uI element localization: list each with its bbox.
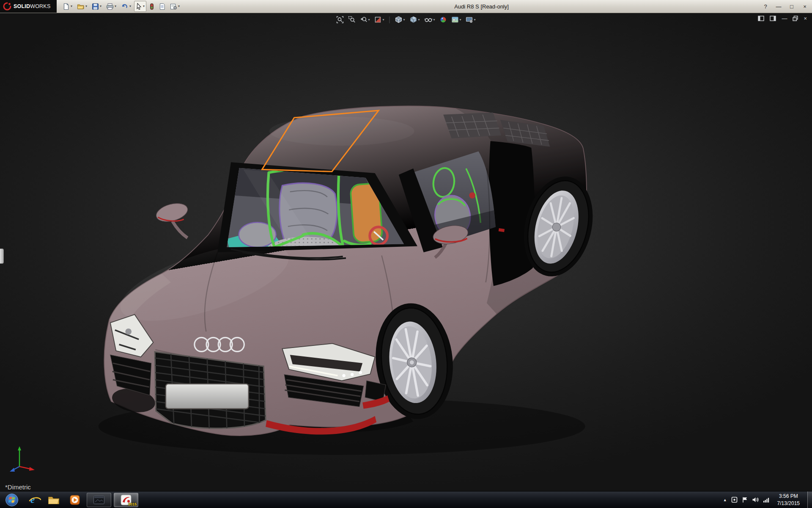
zoom-to-fit-button[interactable] xyxy=(335,15,344,24)
brand-name: SOLIDWORKS xyxy=(14,3,50,9)
dropdown-caret-icon: ▾ xyxy=(178,5,180,8)
tray-app-button[interactable] xyxy=(731,497,738,503)
options-gear-icon xyxy=(170,3,177,10)
windows-start-orb-icon xyxy=(5,493,19,507)
view-orientation-button[interactable]: ▾ xyxy=(394,15,406,24)
save-button[interactable]: ▾ xyxy=(90,1,103,12)
previous-view-icon xyxy=(360,16,367,23)
section-view-icon xyxy=(374,16,381,23)
zoom-to-area-button[interactable] xyxy=(347,15,356,24)
rebuild-button[interactable] xyxy=(148,1,156,12)
3d-scene[interactable]: ] xyxy=(0,13,812,491)
apply-scene-button[interactable]: ▾ xyxy=(451,15,462,24)
dropdown-caret-icon: ▾ xyxy=(460,18,461,22)
window-title: Audi R8 S [Read-only] xyxy=(454,3,509,10)
maximize-button[interactable]: □ xyxy=(788,4,796,9)
view-settings-icon xyxy=(466,16,473,23)
display-style-icon xyxy=(409,16,417,23)
internet-explorer-icon: e xyxy=(30,495,35,505)
license-plate[interactable] xyxy=(166,384,249,409)
taskbar-app-window[interactable] xyxy=(87,493,111,507)
dropdown-caret-icon: ▾ xyxy=(368,18,370,22)
action-center-flag-icon xyxy=(742,497,748,503)
volume-button[interactable] xyxy=(752,497,759,503)
doc-restore-icon xyxy=(793,16,798,21)
close-icon: × xyxy=(803,3,807,10)
help-button[interactable]: ? xyxy=(762,4,769,9)
zoom-to-fit-icon xyxy=(336,16,343,23)
print-button[interactable]: ▾ xyxy=(104,1,118,12)
doc-minimize-button[interactable]: — xyxy=(782,16,787,21)
display-style-button[interactable]: ▾ xyxy=(409,15,420,24)
tray-app-icon xyxy=(731,497,738,503)
start-button[interactable] xyxy=(2,491,22,508)
undo-arrow-icon xyxy=(121,3,129,10)
window-pane-right-icon xyxy=(770,16,776,21)
dropdown-caret-icon: ▾ xyxy=(115,5,116,8)
app-window-thumbnail-icon xyxy=(93,496,104,504)
show-hidden-icons-button[interactable]: ▲ xyxy=(723,498,727,502)
undo-button[interactable]: ▾ xyxy=(119,1,133,12)
dropdown-caret-icon: ▾ xyxy=(474,18,476,22)
taskbar-internet-explorer[interactable]: e xyxy=(22,491,43,508)
featuremanager-collapsed-tab[interactable] xyxy=(0,248,4,264)
help-icon: ? xyxy=(764,3,767,10)
brand-solid: SOLID xyxy=(14,3,30,9)
clock-time: 3:56 PM xyxy=(777,493,800,500)
taskbar-media-player[interactable] xyxy=(64,491,85,508)
pane-left-button[interactable] xyxy=(758,16,764,21)
select-cursor-icon xyxy=(136,3,142,10)
edit-appearance-sphere-icon xyxy=(440,16,447,23)
section-view-button[interactable]: ▾ xyxy=(373,15,385,24)
volume-speaker-icon xyxy=(752,497,759,503)
rebuild-stoplight-icon xyxy=(149,3,154,10)
graphics-area[interactable]: ] xyxy=(0,13,812,491)
action-center-button[interactable] xyxy=(742,497,748,503)
mirror-far[interactable] xyxy=(154,200,189,238)
close-button[interactable]: × xyxy=(801,4,809,9)
solidworks-logo: SOLIDWORKS xyxy=(0,0,57,13)
dropdown-caret-icon: ▾ xyxy=(403,18,405,22)
edit-appearance-button[interactable] xyxy=(439,15,448,24)
file-properties-button[interactable] xyxy=(157,1,167,12)
minimize-icon: — xyxy=(776,3,782,10)
zoom-to-area-icon xyxy=(348,16,355,23)
dropdown-caret-icon: ▾ xyxy=(382,18,384,22)
view-orientation-label: *Dimetric xyxy=(5,483,31,491)
open-button[interactable]: ▾ xyxy=(75,1,89,12)
taskbar-app-solidworks[interactable]: 2015 xyxy=(114,493,138,507)
doc-close-button[interactable]: × xyxy=(804,16,807,21)
clock-date: 7/13/2015 xyxy=(777,500,800,507)
folder-icon xyxy=(48,495,60,505)
pane-right-button[interactable] xyxy=(770,16,776,21)
car-model-audi-r8[interactable]: ] xyxy=(99,106,603,455)
hide-show-glasses-icon xyxy=(425,16,433,23)
new-document-button[interactable]: ▾ xyxy=(61,1,74,12)
taskbar-file-explorer[interactable] xyxy=(43,491,64,508)
dropdown-caret-icon: ▾ xyxy=(85,5,87,8)
document-window-controls: — × xyxy=(758,16,807,21)
taskbar-clock[interactable]: 3:56 PM 7/13/2015 xyxy=(774,493,803,506)
solidworks-version-badge: 2015 xyxy=(128,502,137,506)
dropdown-caret-icon: ▾ xyxy=(143,5,145,8)
window-controls: ? — □ × xyxy=(762,0,809,13)
toolbar-separator xyxy=(389,17,390,23)
doc-restore-button[interactable] xyxy=(793,16,798,21)
print-icon xyxy=(106,3,114,10)
select-tool-button[interactable]: ▾ xyxy=(134,1,146,12)
minimize-button[interactable]: — xyxy=(775,4,782,9)
view-settings-button[interactable]: ▾ xyxy=(465,15,477,24)
dropdown-caret-icon: ▾ xyxy=(433,18,435,22)
network-bars-icon xyxy=(763,497,770,503)
dropdown-caret-icon: ▾ xyxy=(418,18,420,22)
heads-up-view-toolbar: ▾ ▾ ▾ ▾ ▾ ▾ xyxy=(335,15,476,24)
triad-x-axis xyxy=(19,467,31,469)
hide-show-items-button[interactable]: ▾ xyxy=(424,15,436,24)
titlebar: SOLIDWORKS ▾ ▾ ▾ ▾ ▾ xyxy=(0,0,812,13)
options-button[interactable]: ▾ xyxy=(168,1,181,12)
network-button[interactable] xyxy=(763,497,770,503)
dropdown-caret-icon: ▾ xyxy=(129,5,131,8)
previous-view-button[interactable]: ▾ xyxy=(359,15,370,24)
main-toolbar: ▾ ▾ ▾ ▾ ▾ ▾ xyxy=(61,1,181,12)
show-desktop-button[interactable] xyxy=(807,491,812,508)
